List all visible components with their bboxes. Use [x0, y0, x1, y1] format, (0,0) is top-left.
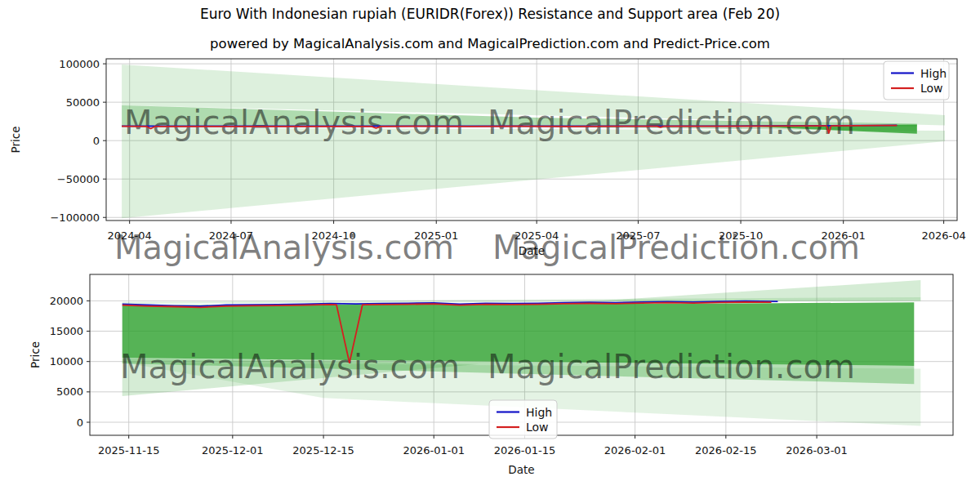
x-tick-label: 2026-01-01 — [403, 444, 465, 457]
y-tick-label: 10000 — [50, 355, 83, 368]
x-tick-label: 2024-07 — [209, 229, 253, 242]
y-tick-label: 0 — [77, 416, 83, 429]
watermark-text: MagicalAnalysis.com — [114, 229, 454, 266]
watermark-text: MagicalPrediction.com — [488, 348, 855, 385]
x-tick-label: 2024-04 — [108, 229, 152, 242]
y-tick-label: 5000 — [56, 385, 83, 398]
y-tick-label: −100000 — [50, 212, 100, 224]
x-tick-label: 2025-11-15 — [98, 444, 160, 457]
y-axis-label: Price — [29, 341, 42, 368]
legend-label-low: Low — [526, 421, 549, 434]
x-axis-label: Date — [519, 244, 545, 257]
figure-title: Euro With Indonesian rupiah (EURIDR(Fore… — [0, 6, 980, 22]
x-tick-label: 2026-03-01 — [786, 444, 848, 457]
legend-label-high: High — [920, 67, 947, 80]
y-tick-label: 0 — [93, 135, 100, 147]
x-tick-label: 2026-01 — [822, 229, 866, 242]
legend: HighLow — [489, 400, 557, 439]
legend-label-high: High — [526, 406, 552, 419]
x-tick-label: 2026-02-15 — [695, 444, 757, 457]
bottom-price-chart: MagicalAnalysis.comMagicalPrediction.com… — [0, 270, 980, 490]
x-tick-label: 2025-07 — [616, 229, 660, 242]
y-tick-label: 100000 — [59, 58, 100, 70]
figure-canvas: { "figure": { "title": "Euro With Indone… — [0, 0, 980, 490]
top-price-chart: MagicalAnalysis.comMagicalPrediction.com… — [0, 49, 980, 270]
bands-group — [122, 65, 945, 218]
watermark-text: MagicalAnalysis.com — [124, 104, 464, 141]
x-tick-label: 2026-04 — [921, 229, 965, 242]
x-tick-label: 2025-12-01 — [202, 444, 264, 457]
watermark-text: MagicalAnalysis.com — [120, 348, 460, 385]
y-tick-label: 20000 — [50, 295, 83, 307]
x-tick-label: 2025-12-15 — [292, 444, 354, 457]
y-tick-label: −50000 — [57, 173, 100, 185]
x-tick-label: 2025-04 — [514, 229, 559, 242]
x-tick-label: 2026-02-01 — [604, 444, 666, 457]
legend-label-low: Low — [920, 82, 943, 95]
x-tick-label: 2026-01-15 — [494, 444, 556, 457]
x-tick-label: 2025-01 — [414, 229, 458, 242]
y-tick-label: 15000 — [50, 325, 83, 337]
watermark-text: MagicalPrediction.com — [488, 104, 855, 141]
y-tick-label: 50000 — [66, 96, 100, 109]
legend: HighLow — [884, 61, 949, 100]
x-tick-label: 2025-10 — [719, 229, 763, 242]
y-axis-label: Price — [9, 127, 22, 154]
x-axis-label: Date — [508, 463, 534, 476]
x-tick-label: 2024-10 — [311, 229, 355, 242]
